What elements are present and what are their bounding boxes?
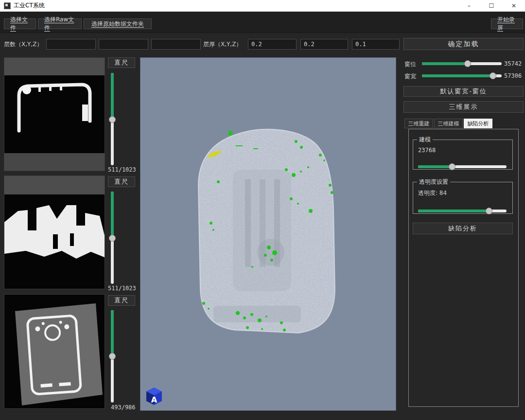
- ct-slice-image-1: [4, 58, 105, 171]
- close-button[interactable]: ✕: [503, 0, 525, 11]
- defect-analysis-button[interactable]: 缺陷分析: [413, 223, 513, 234]
- minimize-button[interactable]: –: [458, 0, 480, 11]
- modeling-group: 建模 23768: [413, 136, 513, 170]
- window-title: 工业CT系统: [14, 1, 45, 10]
- cube-logo: A: [146, 387, 162, 405]
- viewport-3d[interactable]: A: [140, 57, 396, 411]
- layers-label: 层数（X,Y,Z）: [4, 38, 42, 51]
- window-level-handle[interactable]: [464, 60, 471, 67]
- transparency-group-title: 透明度设置: [417, 178, 450, 186]
- window-width-slider[interactable]: [422, 74, 502, 77]
- thickness-label: 层厚（X,Y,Z）: [203, 38, 242, 51]
- slice-slider-3[interactable]: [111, 310, 114, 402]
- select-file-button[interactable]: 选择文件: [4, 18, 36, 29]
- thickness-z-input[interactable]: [352, 39, 400, 50]
- thickness-x-input[interactable]: [248, 39, 297, 50]
- slice-slider-1-handle[interactable]: [109, 116, 116, 123]
- ruler-button-3[interactable]: 直尺: [108, 295, 135, 306]
- app-icon: [4, 2, 11, 9]
- window-level-slider[interactable]: [422, 62, 502, 65]
- transparency-value-label: 透明度: 84: [418, 189, 508, 197]
- tab-3d-reconstruction[interactable]: 三维重建: [404, 119, 433, 128]
- ct-volume-render: A: [140, 58, 396, 411]
- tab-defect-analysis[interactable]: 缺陷分析: [464, 119, 492, 128]
- start-record-button[interactable]: 开始录屏: [491, 18, 523, 29]
- window-controls: – ☐ ✕: [458, 0, 525, 11]
- window-level-label: 窗位: [404, 60, 416, 69]
- defect-analysis-panel: [408, 129, 519, 407]
- slice-slider-3-handle[interactable]: [109, 353, 116, 360]
- default-wl-button[interactable]: 默认窗宽-窗位: [403, 86, 524, 97]
- title-bar: 工业CT系统 – ☐ ✕: [0, 0, 525, 12]
- ct-slice-view-top[interactable]: [4, 57, 105, 171]
- slice-slider-2-handle[interactable]: [109, 235, 116, 242]
- slice-slider-2-fill: [111, 192, 114, 238]
- ct-slice-view-bottom[interactable]: [4, 294, 105, 409]
- maximize-button[interactable]: ☐: [480, 0, 503, 11]
- window-width-fill: [422, 74, 493, 77]
- svg-text:A: A: [151, 395, 158, 404]
- thickness-y-input[interactable]: [300, 39, 348, 50]
- slice-slider-1-fill: [111, 73, 114, 120]
- slice-slider-2[interactable]: [111, 192, 114, 284]
- ct-slice-image-3: [4, 295, 105, 409]
- ruler-button-1[interactable]: 直尺: [108, 57, 135, 68]
- layers-y-input[interactable]: [99, 39, 148, 50]
- modeling-slider-handle[interactable]: [449, 163, 455, 170]
- ct-slice-view-middle[interactable]: [4, 175, 105, 289]
- confirm-load-button[interactable]: 确定加载: [403, 38, 524, 50]
- modeling-group-title: 建模: [417, 136, 433, 144]
- layers-x-input[interactable]: [46, 39, 96, 50]
- select-raw-button[interactable]: 选择Raw文件: [38, 18, 82, 29]
- toolbar: 选择文件 选择Raw文件 选择原始数据文件夹 开始录屏: [0, 12, 525, 33]
- modeling-value: 23768: [418, 147, 508, 154]
- transparency-slider-handle[interactable]: [486, 208, 492, 214]
- slice-position-3: 493/986: [111, 404, 136, 411]
- select-folder-button[interactable]: 选择原始数据文件夹: [84, 18, 152, 29]
- layers-z-input[interactable]: [151, 39, 201, 50]
- window-width-value: 57306: [504, 72, 522, 79]
- window-level-fill: [422, 62, 468, 65]
- slice-slider-3-fill: [111, 310, 114, 356]
- transparency-slider[interactable]: [418, 210, 507, 212]
- ruler-button-2[interactable]: 直尺: [108, 176, 135, 187]
- ct-slice-image-2: [4, 176, 105, 289]
- slice-position-2: 511/1023: [108, 285, 136, 292]
- window-level-value: 35742: [504, 60, 522, 67]
- view-3d-button[interactable]: 三维展示: [403, 101, 524, 113]
- slice-slider-1[interactable]: [111, 73, 114, 165]
- modeling-slider[interactable]: [418, 165, 507, 168]
- slice-position-1: 511/1023: [108, 166, 136, 173]
- window-width-label: 窗宽: [404, 72, 416, 81]
- transparency-group: 透明度设置 透明度: 84: [413, 178, 513, 214]
- tab-3d-modeling[interactable]: 三维建模: [434, 119, 463, 128]
- transparency-slider-fill: [418, 210, 489, 212]
- window-width-handle[interactable]: [490, 72, 496, 79]
- modeling-slider-fill: [418, 165, 452, 168]
